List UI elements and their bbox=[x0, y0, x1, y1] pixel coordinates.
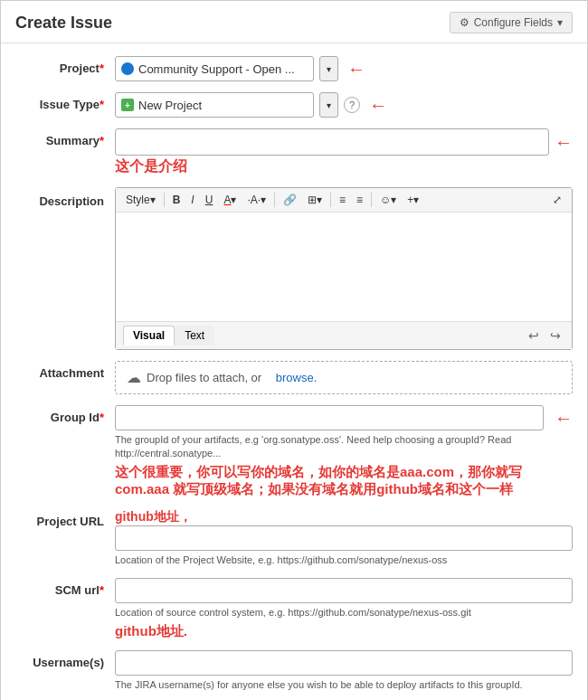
issue-type-select-wrapper: + New Project ▾ ? ← bbox=[115, 92, 573, 118]
attachment-dropzone[interactable]: ☁ Drop files to attach, or browse. bbox=[115, 361, 573, 394]
summary-annotation: 这个是介绍 bbox=[115, 157, 573, 176]
dialog-header: Create Issue ⚙ Configure Fields ▾ bbox=[1, 1, 587, 43]
description-tabs: Visual Text bbox=[123, 326, 214, 345]
group-id-annotation: 这个很重要，你可以写你的域名，如你的域名是aaa.com，那你就写com.aaa… bbox=[115, 463, 573, 498]
username-help: The JIRA username(s) for anyone else you… bbox=[115, 678, 573, 692]
scm-url-annotation: github地址. bbox=[115, 622, 573, 640]
new-project-icon: + bbox=[121, 99, 134, 111]
gear-icon: ⚙ bbox=[460, 16, 469, 29]
project-url-help: Location of the Project Website, e.g. ht… bbox=[115, 553, 573, 567]
description-footer: Visual Text ↩ ↪ bbox=[116, 321, 572, 349]
toolbar-separator-2 bbox=[274, 193, 275, 207]
bullet-list-icon: ≡ bbox=[339, 194, 346, 206]
group-id-label: Group Id* bbox=[15, 405, 115, 424]
plus-icon: + bbox=[407, 194, 413, 206]
project-url-annotation: github地址， bbox=[115, 509, 573, 525]
more-button[interactable]: + ▾ bbox=[403, 192, 423, 208]
expand-icon: ⤢ bbox=[553, 194, 562, 206]
toolbar-separator-4 bbox=[371, 193, 372, 207]
summary-input[interactable] bbox=[115, 128, 549, 156]
num-list-icon: ≡ bbox=[356, 194, 363, 206]
create-issue-dialog: Create Issue ⚙ Configure Fields ▾ Projec… bbox=[0, 0, 588, 700]
scm-url-input[interactable] bbox=[115, 578, 573, 603]
project-url-input[interactable] bbox=[115, 525, 573, 551]
description-row: Description Style ▾ B I U A bbox=[15, 187, 573, 350]
project-select[interactable]: Community Support - Open ... bbox=[115, 56, 314, 81]
project-url-label: Project URL bbox=[15, 509, 115, 528]
group-id-control: ← The groupId of your artifacts, e.g 'or… bbox=[115, 405, 573, 498]
project-label: Project* bbox=[15, 56, 115, 75]
attachment-label: Attachment bbox=[15, 361, 115, 380]
description-toolbar: Style ▾ B I U A ▾ ·A· ▾ bbox=[116, 188, 572, 213]
undo-button[interactable]: ↩ bbox=[525, 326, 543, 345]
project-url-row: Project URL github地址， Location of the Pr… bbox=[15, 509, 573, 567]
issue-type-arrow-annotation: ← bbox=[369, 95, 387, 116]
emoji-button[interactable]: ☺ ▾ bbox=[375, 192, 401, 208]
toolbar-separator-1 bbox=[164, 193, 165, 207]
description-label: Description bbox=[15, 187, 115, 208]
scm-url-help: Location of source control system, e.g. … bbox=[115, 606, 573, 620]
issue-type-select[interactable]: + New Project bbox=[115, 92, 314, 118]
chevron-down-icon: ▾ bbox=[150, 194, 156, 206]
italic-button[interactable]: I bbox=[186, 192, 198, 208]
tab-visual[interactable]: Visual bbox=[123, 326, 175, 345]
browse-link[interactable]: browse. bbox=[276, 371, 318, 384]
issue-type-label: Issue Type* bbox=[15, 92, 115, 111]
more-color-button[interactable]: ·A· ▾ bbox=[242, 192, 270, 208]
issue-type-help-icon[interactable]: ? bbox=[344, 97, 360, 113]
chevron-down-icon: ▾ bbox=[231, 194, 236, 206]
tab-text[interactable]: Text bbox=[175, 326, 214, 345]
attachment-row: Attachment ☁ Drop files to attach, or br… bbox=[15, 361, 573, 394]
underline-button[interactable]: U bbox=[201, 192, 218, 208]
chevron-down-icon: ▾ bbox=[317, 194, 322, 206]
color-button[interactable]: A ▾ bbox=[219, 192, 241, 208]
scm-url-label: SCM url* bbox=[15, 578, 115, 597]
summary-arrow: ← bbox=[555, 132, 573, 153]
link-button[interactable]: 🔗 bbox=[279, 192, 301, 208]
expand-button[interactable]: ⤢ bbox=[548, 192, 566, 208]
project-arrow-annotation: ← bbox=[347, 59, 365, 80]
style-dropdown[interactable]: Style ▾ bbox=[121, 192, 160, 208]
attachment-control: ☁ Drop files to attach, or browse. bbox=[115, 361, 573, 394]
dialog-body: Project* Community Support - Open ... ▾ … bbox=[1, 43, 587, 700]
emoji-icon: ☺ bbox=[380, 194, 391, 206]
chevron-down-icon: ▾ bbox=[557, 16, 563, 29]
issue-type-control: + New Project ▾ ? ← bbox=[115, 92, 573, 118]
scm-url-control: Location of source control system, e.g. … bbox=[115, 578, 573, 639]
summary-label: Summary* bbox=[15, 128, 115, 147]
description-body[interactable] bbox=[116, 213, 572, 321]
description-area: Style ▾ B I U A ▾ ·A· ▾ bbox=[115, 187, 573, 350]
issue-type-dropdown-arrow[interactable]: ▾ bbox=[319, 92, 338, 118]
bullet-list-button[interactable]: ≡ bbox=[335, 192, 350, 208]
scm-url-row: SCM url* Location of source control syst… bbox=[15, 578, 573, 639]
summary-control: ← 这个是介绍 bbox=[115, 128, 573, 176]
table-button[interactable]: ⊞ ▾ bbox=[303, 192, 327, 208]
username-row: Username(s) The JIRA username(s) for any… bbox=[15, 650, 573, 692]
num-list-button[interactable]: ≡ bbox=[352, 192, 367, 208]
description-actions: ↩ ↪ bbox=[525, 326, 564, 345]
group-id-row: Group Id* ← The groupId of your artifact… bbox=[15, 405, 573, 498]
project-control: Community Support - Open ... ▾ ← bbox=[115, 56, 573, 81]
table-icon: ⊞ bbox=[308, 194, 317, 206]
summary-row: Summary* ← 这个是介绍 bbox=[15, 128, 573, 176]
username-label: Username(s) bbox=[15, 650, 115, 669]
description-control: Style ▾ B I U A ▾ ·A· ▾ bbox=[115, 187, 573, 350]
dialog-title: Create Issue bbox=[15, 14, 112, 33]
link-icon: 🔗 bbox=[283, 194, 297, 206]
project-dropdown-arrow[interactable]: ▾ bbox=[319, 56, 338, 81]
group-id-input[interactable] bbox=[115, 405, 544, 430]
username-input[interactable] bbox=[115, 650, 573, 676]
chevron-down-icon: ▾ bbox=[413, 194, 419, 206]
configure-fields-button[interactable]: ⚙ Configure Fields ▾ bbox=[450, 12, 573, 33]
project-select-wrapper: Community Support - Open ... ▾ ← bbox=[115, 56, 573, 81]
toolbar-separator-3 bbox=[330, 193, 331, 207]
bold-button[interactable]: B bbox=[168, 192, 185, 208]
chevron-down-icon: ▾ bbox=[391, 194, 396, 206]
globe-icon bbox=[121, 62, 134, 75]
chevron-down-icon: ▾ bbox=[261, 194, 266, 206]
issue-type-row: Issue Type* + New Project ▾ ? ← bbox=[15, 92, 573, 118]
redo-button[interactable]: ↪ bbox=[546, 326, 564, 345]
group-id-arrow: ← bbox=[555, 408, 573, 429]
project-row: Project* Community Support - Open ... ▾ … bbox=[15, 56, 573, 81]
project-url-control: github地址， Location of the Project Websit… bbox=[115, 509, 573, 567]
